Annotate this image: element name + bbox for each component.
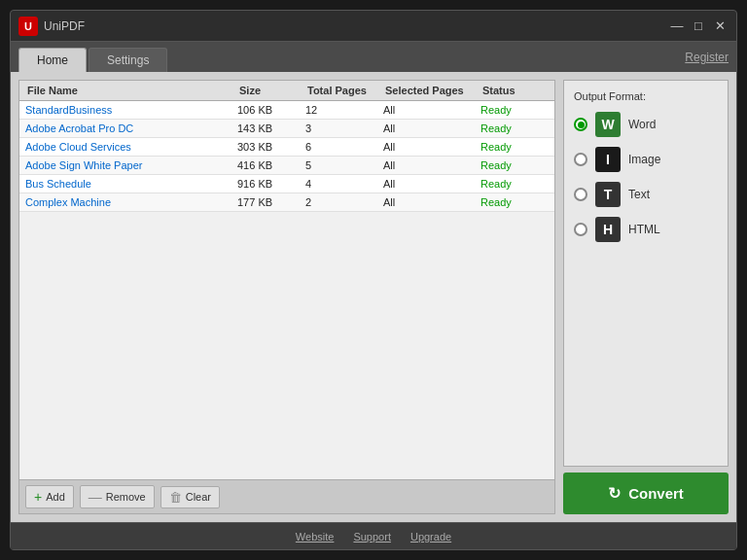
format-option-image[interactable]: I Image [574, 147, 718, 172]
window-controls: — □ ✕ [668, 18, 729, 35]
maximize-button[interactable]: □ [690, 18, 707, 35]
file-toolbar: + Add — Remove 🗑 Clear [19, 479, 554, 513]
clear-button[interactable]: 🗑 Clear [160, 486, 220, 508]
html-icon: H [595, 217, 621, 242]
tab-home[interactable]: Home [18, 48, 87, 72]
file-size: 416 KB [237, 159, 305, 171]
website-link[interactable]: Website [296, 531, 335, 542]
table-row[interactable]: Adobe Acrobat Pro DC 143 KB 3 All Ready [19, 120, 554, 138]
footer: Website Support Upgrade [11, 522, 736, 549]
table-row[interactable]: Adobe Sign White Paper 416 KB 5 All Read… [19, 157, 554, 175]
upgrade-link[interactable]: Upgrade [410, 531, 451, 542]
file-status: Ready [480, 196, 549, 208]
app-logo: U [18, 17, 38, 36]
col-size: Size [237, 85, 305, 96]
format-box: Output Format: W Word I Image T Text H [563, 80, 729, 467]
file-status: Ready [480, 104, 549, 116]
table-row[interactable]: Adobe Cloud Services 303 KB 6 All Ready [19, 138, 554, 157]
text-label: Text [628, 188, 650, 201]
selected-pages: All [383, 141, 480, 153]
total-pages: 5 [305, 159, 383, 171]
format-options: W Word I Image T Text H HTML [574, 112, 718, 242]
file-name[interactable]: Adobe Acrobat Pro DC [25, 122, 237, 134]
add-button[interactable]: + Add [25, 485, 74, 508]
file-status: Ready [480, 122, 549, 134]
selected-pages: All [383, 159, 480, 171]
add-label: Add [46, 491, 65, 503]
text-icon: T [595, 182, 621, 207]
content-row: File Name Size Total Pages Selected Page… [18, 80, 729, 514]
file-status: Ready [480, 141, 549, 153]
file-size: 303 KB [237, 141, 305, 153]
register-link[interactable]: Register [685, 51, 729, 69]
file-name[interactable]: Adobe Sign White Paper [25, 159, 237, 171]
table-row[interactable]: Complex Machine 177 KB 2 All Ready [19, 193, 554, 212]
file-name[interactable]: Adobe Cloud Services [25, 141, 237, 153]
convert-label: Convert [628, 485, 684, 502]
format-option-text[interactable]: T Text [574, 182, 718, 207]
html-label: HTML [628, 223, 660, 236]
right-panel: Output Format: W Word I Image T Text H [563, 80, 729, 514]
word-icon: W [595, 112, 621, 137]
radio-text[interactable] [574, 188, 587, 201]
file-name[interactable]: StandardBusiness [25, 104, 237, 116]
file-status: Ready [480, 178, 549, 190]
col-filename: File Name [25, 85, 237, 96]
tab-settings[interactable]: Settings [89, 48, 167, 72]
remove-button[interactable]: — Remove [80, 485, 155, 508]
table-row[interactable]: StandardBusiness 106 KB 12 All Ready [19, 101, 554, 120]
file-name[interactable]: Complex Machine [25, 196, 237, 208]
col-status: Status [480, 85, 549, 96]
total-pages: 12 [305, 104, 383, 116]
convert-icon: ↻ [608, 484, 621, 503]
remove-icon: — [89, 489, 102, 505]
col-totalpages: Total Pages [305, 85, 383, 96]
close-button[interactable]: ✕ [711, 18, 729, 35]
minimize-button[interactable]: — [668, 18, 686, 35]
file-name[interactable]: Bus Schedule [25, 178, 237, 190]
file-status: Ready [480, 159, 549, 171]
col-selectedpages: Selected Pages [383, 85, 480, 96]
add-icon: + [34, 489, 42, 505]
clear-icon: 🗑 [169, 490, 182, 505]
app-title: UniPDF [44, 19, 668, 33]
selected-pages: All [383, 122, 480, 134]
table-row[interactable]: Bus Schedule 916 KB 4 All Ready [19, 175, 554, 193]
main-content: File Name Size Total Pages Selected Page… [11, 72, 736, 522]
convert-button[interactable]: ↻ Convert [563, 472, 729, 514]
radio-image[interactable] [574, 153, 587, 166]
tab-bar: Home Settings Register [11, 42, 736, 72]
selected-pages: All [383, 196, 480, 208]
output-format-title: Output Format: [574, 90, 718, 102]
title-bar: U UniPDF — □ ✕ [11, 11, 736, 42]
format-option-html[interactable]: H HTML [574, 217, 718, 242]
format-option-word[interactable]: W Word [574, 112, 718, 137]
table-body: StandardBusiness 106 KB 12 All Ready Ado… [19, 101, 554, 479]
file-size: 106 KB [237, 104, 305, 116]
file-panel: File Name Size Total Pages Selected Page… [18, 80, 555, 514]
table-header: File Name Size Total Pages Selected Page… [19, 81, 554, 101]
main-window: U UniPDF — □ ✕ Home Settings Register Fi… [10, 10, 737, 550]
total-pages: 6 [305, 141, 383, 153]
file-size: 143 KB [237, 122, 305, 134]
image-icon: I [595, 147, 621, 172]
remove-label: Remove [106, 491, 146, 503]
radio-word[interactable] [574, 118, 587, 131]
total-pages: 4 [305, 178, 383, 190]
support-link[interactable]: Support [353, 531, 391, 542]
file-size: 916 KB [237, 178, 305, 190]
selected-pages: All [383, 104, 480, 116]
total-pages: 3 [305, 122, 383, 134]
clear-label: Clear [186, 491, 211, 503]
word-label: Word [628, 118, 656, 131]
radio-html[interactable] [574, 223, 587, 236]
image-label: Image [628, 153, 660, 166]
file-size: 177 KB [237, 196, 305, 208]
total-pages: 2 [305, 196, 383, 208]
selected-pages: All [383, 178, 480, 190]
